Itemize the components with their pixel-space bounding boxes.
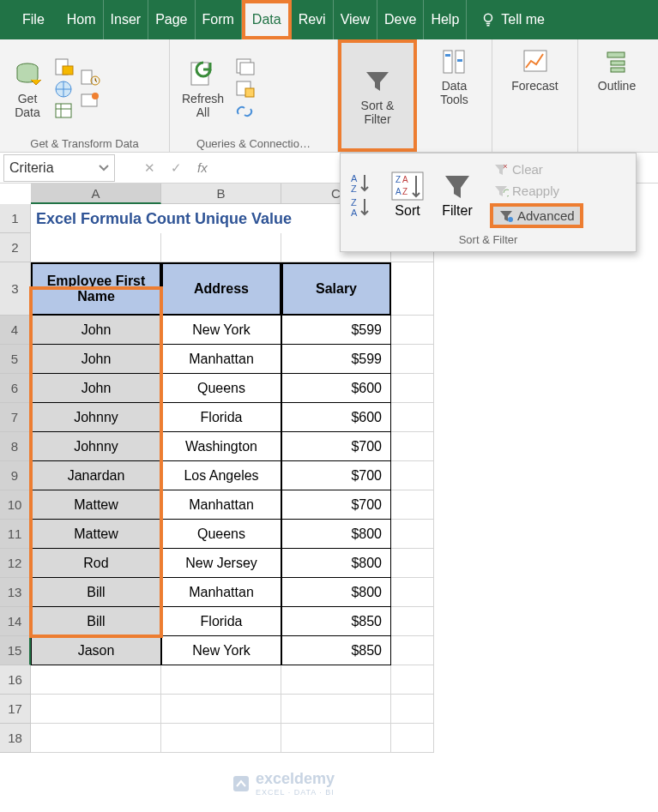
tab-file[interactable]: File: [7, 0, 60, 39]
row-header[interactable]: 1: [0, 204, 31, 233]
cell-address[interactable]: Queens: [161, 520, 281, 549]
cell-address[interactable]: Washington: [161, 432, 281, 461]
cell-address[interactable]: Queens: [161, 374, 281, 403]
row-header[interactable]: 7: [0, 403, 31, 432]
row-header[interactable]: 14: [0, 607, 31, 636]
cell[interactable]: [391, 724, 434, 753]
cell[interactable]: [391, 262, 434, 316]
existing-conn-icon[interactable]: [79, 90, 101, 111]
cell-address[interactable]: Los Angeles: [161, 461, 281, 490]
cell-address[interactable]: New York: [161, 636, 281, 665]
row-header[interactable]: 13: [0, 578, 31, 607]
enter-icon[interactable]: ✓: [171, 160, 182, 176]
cell-salary[interactable]: $599: [281, 345, 391, 374]
cell-salary[interactable]: $700: [281, 490, 391, 520]
from-web-icon[interactable]: [53, 79, 75, 99]
header-address[interactable]: Address: [161, 262, 281, 316]
tab-formulas[interactable]: Form: [196, 0, 242, 39]
advanced-button[interactable]: Advanced: [490, 203, 583, 228]
cell[interactable]: [391, 432, 434, 461]
cell-name[interactable]: John: [31, 374, 161, 403]
cell-name[interactable]: John: [31, 316, 161, 345]
cell[interactable]: [391, 316, 434, 345]
tell-me[interactable]: Tell me: [472, 12, 553, 27]
row-header[interactable]: 15: [0, 636, 31, 665]
cell-salary[interactable]: $800: [281, 578, 391, 607]
cell[interactable]: [161, 695, 281, 724]
tab-view[interactable]: View: [334, 0, 377, 39]
sort-az-icon[interactable]: AZ: [349, 171, 375, 194]
cell-name[interactable]: Janardan: [31, 461, 161, 490]
cell[interactable]: [391, 695, 434, 724]
row-header[interactable]: 6: [0, 374, 31, 403]
filter-button[interactable]: Filter: [440, 171, 474, 219]
cell-name[interactable]: John: [31, 345, 161, 374]
cell-address[interactable]: New Jersey: [161, 549, 281, 578]
cell[interactable]: [391, 665, 434, 695]
queries-icon[interactable]: [234, 57, 257, 77]
row-header[interactable]: 12: [0, 549, 31, 578]
properties-icon[interactable]: [234, 79, 257, 99]
cell-salary[interactable]: $800: [281, 549, 391, 578]
row-header[interactable]: 10: [0, 490, 31, 520]
get-data-button[interactable]: Get Data: [5, 56, 50, 123]
cancel-icon[interactable]: ✕: [144, 160, 155, 176]
cell-salary[interactable]: $600: [281, 403, 391, 432]
row-header[interactable]: 18: [0, 724, 31, 753]
title-cell[interactable]: Excel Formula Count Unique Value: [31, 204, 391, 233]
cell[interactable]: [391, 345, 434, 374]
clear-button[interactable]: Clear: [490, 160, 546, 178]
row-header[interactable]: 2: [0, 233, 31, 262]
col-header-A[interactable]: A: [31, 183, 161, 204]
header-employee[interactable]: Employee First Name: [31, 262, 161, 316]
cell-salary[interactable]: $850: [281, 636, 391, 665]
cell-name[interactable]: Rod: [31, 549, 161, 578]
row-header[interactable]: 9: [0, 461, 31, 490]
cell[interactable]: [391, 636, 434, 665]
tab-data[interactable]: Data: [242, 0, 292, 39]
row-header[interactable]: 11: [0, 520, 31, 549]
cell[interactable]: [31, 724, 161, 753]
row-header[interactable]: 4: [0, 316, 31, 345]
cell-salary[interactable]: $700: [281, 461, 391, 490]
cell-name[interactable]: Bill: [31, 607, 161, 636]
forecast-button[interactable]: Forecast: [498, 43, 572, 96]
recent-sources-icon[interactable]: [79, 68, 101, 88]
cell-salary[interactable]: $850: [281, 607, 391, 636]
col-header-B[interactable]: B: [161, 183, 281, 204]
reapply-button[interactable]: Reapply: [490, 182, 563, 200]
cell-address[interactable]: Manhattan: [161, 345, 281, 374]
data-tools-button[interactable]: Data Tools: [422, 43, 486, 110]
sort-filter-button[interactable]: Sort & Filter: [341, 43, 414, 148]
outline-button[interactable]: Outline: [583, 43, 650, 96]
cell[interactable]: [281, 665, 391, 695]
row-header[interactable]: 3: [0, 262, 31, 316]
cell[interactable]: [281, 724, 391, 753]
cell-address[interactable]: Manhattan: [161, 490, 281, 520]
sort-button[interactable]: ZAAZ Sort: [390, 171, 425, 219]
row-header[interactable]: 16: [0, 665, 31, 695]
cell[interactable]: [31, 233, 161, 262]
cell[interactable]: [161, 724, 281, 753]
cell-address[interactable]: Florida: [161, 403, 281, 432]
from-table-icon[interactable]: [53, 101, 75, 122]
fx-icon[interactable]: fx: [197, 160, 208, 175]
tab-review[interactable]: Revi: [292, 0, 334, 39]
cell-name[interactable]: Johnny: [31, 432, 161, 461]
tab-insert[interactable]: Inser: [104, 0, 149, 39]
cell-name[interactable]: Jason: [31, 636, 161, 665]
cell[interactable]: [391, 403, 434, 432]
cell-name[interactable]: Mattew: [31, 490, 161, 520]
from-text-icon[interactable]: [53, 57, 75, 77]
tab-help[interactable]: Help: [424, 0, 467, 39]
cell[interactable]: [31, 665, 161, 695]
spreadsheet-grid[interactable]: A B C D 1Excel Formula Count Unique Valu…: [0, 183, 658, 753]
name-box[interactable]: Criteria: [3, 154, 115, 182]
refresh-all-button[interactable]: Refresh All: [175, 56, 231, 123]
cell-salary[interactable]: $600: [281, 374, 391, 403]
cell-name[interactable]: Bill: [31, 578, 161, 607]
cell-salary[interactable]: $800: [281, 520, 391, 549]
row-header[interactable]: 17: [0, 695, 31, 724]
cell-address[interactable]: Manhattan: [161, 578, 281, 607]
sort-za-icon[interactable]: ZA: [349, 195, 375, 218]
